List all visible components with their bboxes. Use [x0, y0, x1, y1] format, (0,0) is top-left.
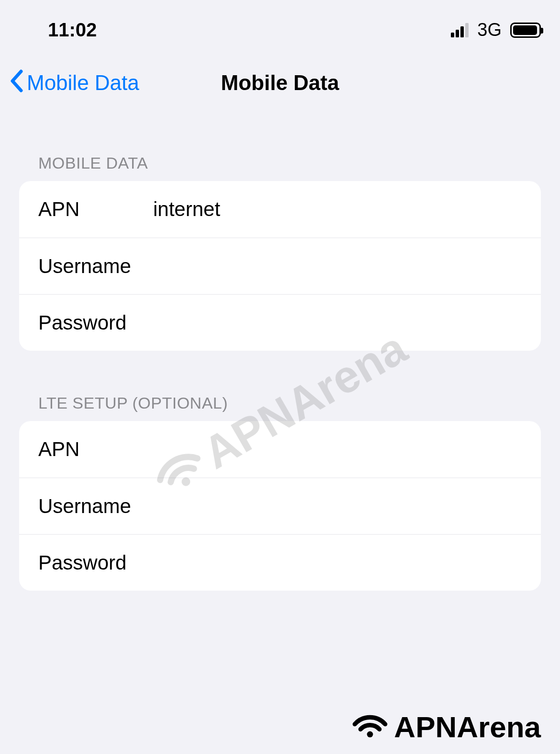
row-label-password: Password — [38, 311, 153, 334]
list-group-mobile-data: APN Username Password — [19, 181, 541, 351]
status-right: 3G — [451, 20, 541, 40]
row-username[interactable]: Username — [19, 238, 541, 294]
row-label-apn: APN — [38, 198, 153, 221]
row-password[interactable]: Password — [19, 294, 541, 351]
wifi-icon — [351, 709, 389, 744]
input-apn[interactable] — [153, 198, 522, 221]
input-lte-apn[interactable] — [153, 438, 522, 461]
row-label-lte-apn: APN — [38, 438, 153, 461]
row-label-lte-password: Password — [38, 551, 153, 574]
input-lte-username[interactable] — [153, 495, 522, 518]
row-lte-apn[interactable]: APN — [19, 421, 541, 478]
battery-icon — [510, 23, 541, 38]
section-header-lte: LTE SETUP (OPTIONAL) — [0, 351, 560, 421]
back-label: Mobile Data — [27, 71, 139, 95]
input-password[interactable] — [153, 311, 522, 334]
row-label-username: Username — [38, 255, 153, 278]
row-lte-password[interactable]: Password — [19, 534, 541, 591]
input-lte-password[interactable] — [153, 551, 522, 574]
svg-point-1 — [367, 731, 373, 738]
row-lte-username[interactable]: Username — [19, 478, 541, 534]
row-label-lte-username: Username — [38, 495, 153, 518]
list-group-lte: APN Username Password — [19, 421, 541, 591]
watermark-bottom-text: APNArena — [394, 710, 541, 744]
nav-title: Mobile Data — [221, 71, 339, 95]
network-label: 3G — [477, 20, 502, 40]
signal-icon — [451, 23, 469, 37]
input-username[interactable] — [153, 255, 522, 278]
back-button[interactable]: Mobile Data — [10, 69, 139, 96]
status-bar: 11:02 3G — [0, 0, 560, 50]
status-time: 11:02 — [48, 19, 97, 41]
row-apn[interactable]: APN — [19, 181, 541, 238]
watermark-bottom: APNArena — [351, 709, 541, 744]
nav-bar: Mobile Data Mobile Data — [0, 50, 560, 111]
chevron-left-icon — [10, 69, 23, 96]
section-header-mobile-data: MOBILE DATA — [0, 111, 560, 181]
